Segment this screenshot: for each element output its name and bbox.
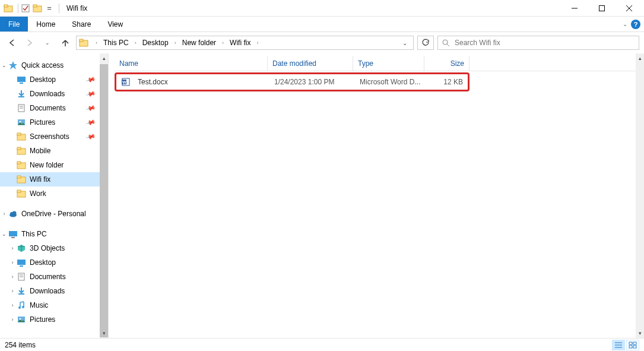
file-row[interactable]: W Test.docx 1/24/2023 1:00 PM Microsoft … <box>116 74 468 90</box>
item-count: 254 items <box>5 341 36 349</box>
forward-button[interactable] <box>23 36 37 50</box>
music-icon <box>17 301 26 310</box>
sidebar-item-desktop[interactable]: Desktop 📌 <box>0 72 108 87</box>
sidebar-item-work[interactable]: Work <box>0 186 108 201</box>
help-icon[interactable]: ? <box>631 20 640 29</box>
view-details-button[interactable] <box>612 340 625 350</box>
sidebar-item-music[interactable]: › Music <box>0 298 108 312</box>
scrollbar-thumb[interactable] <box>100 64 108 337</box>
collapse-icon[interactable]: ⌄ <box>0 62 8 68</box>
sidebar-item-label: Music <box>30 301 48 309</box>
sidebar-item-quick-access[interactable]: ⌄ Quick access <box>0 58 108 72</box>
svg-rect-13 <box>17 77 26 82</box>
refresh-button[interactable] <box>417 36 434 50</box>
folder-icon <box>17 189 26 198</box>
expand-icon[interactable]: › <box>8 317 17 322</box>
sidebar-item-label: Work <box>30 189 46 198</box>
breadcrumb[interactable]: Wifi fix <box>227 36 253 49</box>
chevron-right-icon[interactable]: › <box>172 40 179 46</box>
chevron-right-icon[interactable]: › <box>254 40 261 46</box>
expand-icon[interactable]: › <box>0 211 8 217</box>
address-dropdown-icon[interactable]: ⌄ <box>399 40 411 46</box>
sidebar-item-wifi-fix[interactable]: Wifi fix <box>0 172 108 186</box>
status-bar: 254 items <box>0 338 644 351</box>
sidebar-item-downloads[interactable]: Downloads 📌 <box>0 87 108 101</box>
breadcrumb[interactable]: New folder <box>180 36 218 49</box>
search-input[interactable] <box>453 38 635 48</box>
sidebar-item-label: Pictures <box>30 118 55 127</box>
breadcrumb[interactable]: Desktop <box>140 36 171 49</box>
sidebar-item-screenshots[interactable]: Screenshots 📌 <box>0 129 108 144</box>
up-button[interactable] <box>58 36 72 50</box>
sidebar-item-onedrive[interactable]: › OneDrive - Personal <box>0 207 108 221</box>
svg-point-11 <box>443 40 448 45</box>
close-button[interactable] <box>616 0 643 17</box>
desktop-icon <box>17 258 26 267</box>
column-header-size[interactable]: Size <box>424 56 469 71</box>
pictures-icon <box>17 118 26 127</box>
word-doc-icon: W <box>121 77 131 87</box>
qat-dropdown-icon[interactable]: = <box>45 4 54 13</box>
sidebar-item-label: This PC <box>21 230 47 238</box>
maximize-button[interactable] <box>588 0 616 17</box>
column-header-date[interactable]: Date modified <box>268 56 353 71</box>
folder-icon <box>17 146 26 156</box>
minimize-button[interactable] <box>561 0 588 17</box>
sidebar-item-3d-objects[interactable]: › 3D Objects <box>0 241 108 255</box>
desktop-icon <box>17 75 26 84</box>
svg-point-43 <box>22 306 24 308</box>
address-bar[interactable]: › This PC › Desktop › New folder › Wifi … <box>76 36 414 50</box>
sidebar-item-label: New folder <box>30 161 64 169</box>
tab-file[interactable]: File <box>0 17 28 31</box>
expand-icon[interactable]: › <box>8 274 17 280</box>
sidebar-scrollbar[interactable]: ▴ ▾ <box>100 53 108 338</box>
view-thumbnails-button[interactable] <box>626 340 639 350</box>
chevron-right-icon[interactable]: › <box>132 40 139 46</box>
navigation-pane: ⌄ Quick access Desktop 📌 Downloads 📌 Doc… <box>0 53 108 338</box>
breadcrumb[interactable]: This PC <box>101 36 131 49</box>
search-box[interactable] <box>437 36 639 50</box>
tab-home[interactable]: Home <box>28 17 64 31</box>
sidebar-item-pictures[interactable]: Pictures 📌 <box>0 115 108 129</box>
svg-rect-24 <box>17 147 21 150</box>
svg-rect-1 <box>4 5 8 7</box>
properties-icon[interactable] <box>21 4 30 13</box>
back-button[interactable] <box>5 36 19 50</box>
main-scrollbar[interactable]: ▴ ▾ <box>636 53 644 338</box>
column-header-name[interactable]: Name <box>115 56 268 71</box>
collapse-icon[interactable]: ⌄ <box>0 231 8 237</box>
sidebar-item-documents[interactable]: Documents 📌 <box>0 101 108 115</box>
pictures-icon <box>17 315 26 324</box>
svg-rect-22 <box>17 133 21 135</box>
sidebar-item-this-pc[interactable]: ⌄ This PC <box>0 227 108 241</box>
sidebar-item-label: Quick access <box>21 61 64 69</box>
sidebar-item-downloads2[interactable]: › Downloads <box>0 284 108 298</box>
expand-icon[interactable]: › <box>8 260 17 265</box>
pin-icon: 📌 <box>85 131 97 142</box>
chevron-right-icon[interactable]: › <box>220 40 226 46</box>
sidebar-item-label: Screenshots <box>30 132 69 141</box>
svg-rect-53 <box>633 342 636 344</box>
sidebar-item-pictures2[interactable]: › Pictures <box>0 312 108 327</box>
svg-rect-52 <box>629 342 632 344</box>
sidebar-item-documents2[interactable]: › Documents <box>0 270 108 284</box>
scroll-up-icon[interactable]: ▴ <box>636 53 644 63</box>
sidebar-item-new-folder[interactable]: New folder <box>0 158 108 172</box>
tab-share[interactable]: Share <box>64 17 99 31</box>
sidebar-item-mobile[interactable]: Mobile <box>0 144 108 158</box>
svg-point-33 <box>12 211 17 216</box>
sidebar-item-desktop2[interactable]: › Desktop <box>0 255 108 270</box>
column-header-type[interactable]: Type <box>353 56 424 71</box>
tab-view[interactable]: View <box>99 17 131 31</box>
sidebar-item-label: Downloads <box>30 90 65 98</box>
svg-text:W: W <box>122 80 126 84</box>
expand-icon[interactable]: › <box>8 245 17 251</box>
chevron-right-icon[interactable]: › <box>93 40 100 46</box>
scroll-down-icon[interactable]: ▾ <box>636 328 644 338</box>
expand-icon[interactable]: › <box>8 288 17 294</box>
recent-dropdown-icon[interactable]: ⌄ <box>40 36 55 50</box>
svg-rect-34 <box>9 231 17 236</box>
open-folder-icon[interactable] <box>33 4 42 13</box>
ribbon-expand-icon[interactable]: ⌄ <box>623 21 627 27</box>
expand-icon[interactable]: › <box>8 302 17 308</box>
